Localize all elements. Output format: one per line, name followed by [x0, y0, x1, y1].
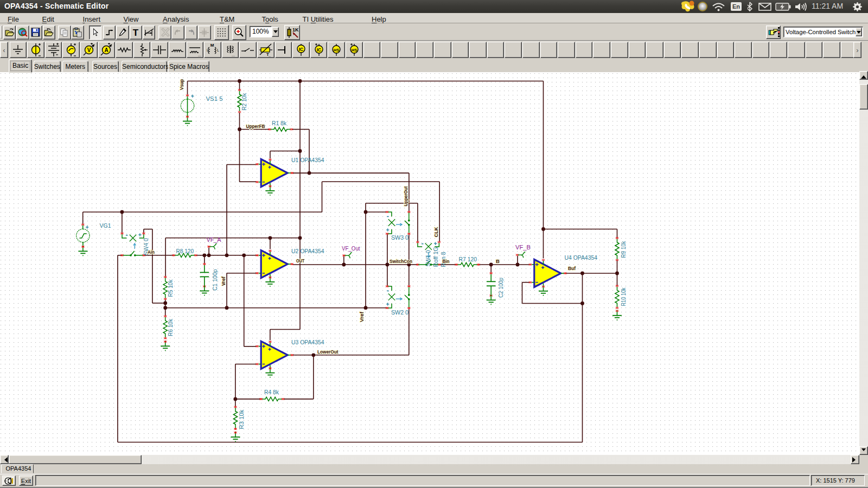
- svg-text:Roff 1G: Roff 1G: [433, 247, 439, 267]
- svg-text:R1 8k: R1 8k: [272, 120, 287, 126]
- svg-text:Buf: Buf: [568, 265, 576, 271]
- svg-text:OUT: OUT: [296, 258, 304, 264]
- svg-text:Vref: Vref: [359, 311, 365, 322]
- svg-text:...: ...: [198, 53, 201, 57]
- svg-text:UpperFB: UpperFB: [246, 123, 265, 129]
- svg-text:R7 120: R7 120: [459, 256, 477, 262]
- svg-text:R2 10k: R2 10k: [241, 92, 247, 110]
- svg-text:LowerOut: LowerOut: [317, 349, 339, 355]
- svg-text:VG1: VG1: [100, 223, 111, 229]
- svg-text:HS: HS: [334, 48, 339, 53]
- svg-text:C2 100p: C2 100p: [498, 278, 504, 298]
- svg-text:U1 OPA4354: U1 OPA4354: [291, 157, 324, 163]
- svg-text:SW3 0: SW3 0: [391, 235, 409, 241]
- svg-text:SwitchCon: SwitchCon: [390, 258, 412, 264]
- svg-text:SW1 0: SW1 0: [425, 250, 431, 266]
- svg-text:R8 120: R8 120: [176, 248, 194, 254]
- svg-text:IC: IC: [299, 47, 304, 52]
- svg-text:U4 OPA4354: U4 OPA4354: [565, 255, 598, 261]
- svg-text:Vsup: Vsup: [178, 79, 184, 90]
- svg-text:...: ...: [232, 53, 235, 57]
- svg-text:T: T: [133, 28, 139, 37]
- svg-text:VS1 5: VS1 5: [206, 96, 223, 102]
- svg-text:A: A: [105, 47, 108, 53]
- svg-text:SW2 0: SW2 0: [391, 310, 409, 316]
- svg-text:VF_Out: VF_Out: [342, 246, 360, 252]
- svg-text:Vref: Vref: [220, 276, 226, 286]
- svg-text:U3 OPA4354: U3 OPA4354: [291, 339, 324, 345]
- svg-text:IC: IC: [316, 47, 321, 53]
- svg-text:VF_B: VF_B: [515, 245, 531, 251]
- svg-text:V: V: [87, 47, 91, 53]
- svg-text:R9 10k: R9 10k: [621, 241, 627, 258]
- svg-text:L: L: [207, 48, 209, 52]
- svg-text:R6 10k: R6 10k: [168, 318, 174, 336]
- svg-text:VF_A: VF_A: [207, 237, 221, 243]
- svg-text:B: B: [496, 258, 500, 264]
- svg-text:CLK: CLK: [433, 227, 439, 237]
- svg-text:Ain: Ain: [148, 249, 155, 255]
- svg-text:HS: HS: [352, 48, 357, 53]
- svg-text:..: ..: [269, 54, 271, 57]
- svg-text:U2 OPA4354: U2 OPA4354: [291, 248, 324, 254]
- svg-text:R4 8k: R4 8k: [264, 389, 279, 395]
- svg-text:R5 10k: R5 10k: [168, 279, 174, 297]
- svg-text:1K: 1K: [292, 27, 299, 33]
- svg-text:Bin: Bin: [443, 258, 450, 264]
- svg-text:R10 10k: R10 10k: [621, 287, 627, 306]
- svg-text:M: M: [210, 43, 214, 48]
- svg-text:L: L: [217, 48, 219, 52]
- svg-text:R3 10k: R3 10k: [239, 409, 245, 429]
- svg-text:C1 100p: C1 100p: [212, 269, 218, 291]
- svg-text:UpperOut: UpperOut: [403, 186, 409, 207]
